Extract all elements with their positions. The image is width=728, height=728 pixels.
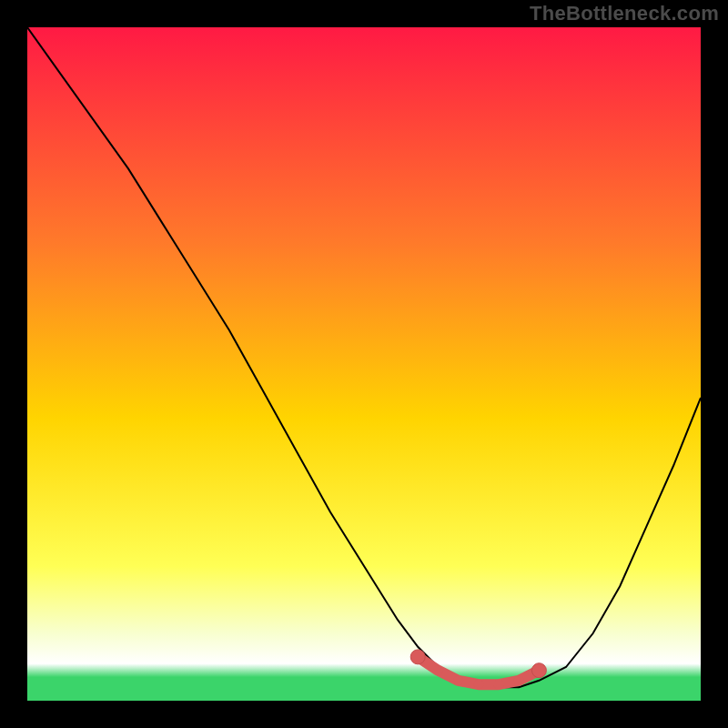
marker-dot (473, 680, 483, 690)
marker-dot (453, 675, 463, 685)
marker-dot (494, 680, 504, 690)
marker-dot (433, 665, 443, 675)
plot-area (27, 27, 701, 701)
marker-dot (410, 650, 425, 664)
marker-dot (531, 663, 546, 678)
chart-frame: TheBottleneck.com (0, 0, 728, 728)
marker-dot (514, 675, 524, 685)
watermark-text: TheBottleneck.com (530, 2, 719, 25)
gradient-background (27, 27, 701, 701)
